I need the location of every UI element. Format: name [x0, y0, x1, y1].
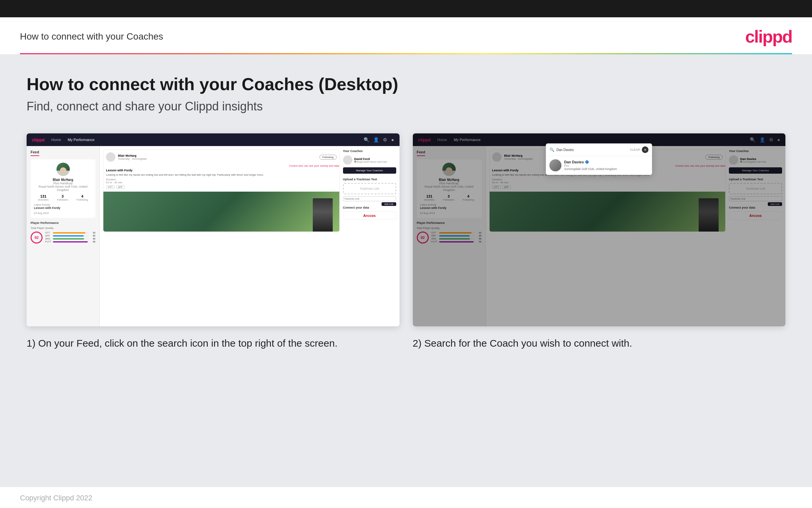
- post-image-person-1: [313, 198, 333, 231]
- result-avatar: [550, 159, 561, 171]
- post-meta-1: Yesterday · Sunningdale: [118, 157, 317, 160]
- post-duration-1: Duration: [106, 178, 337, 181]
- caption-1: 1) On your Feed, click on the search ico…: [27, 326, 399, 350]
- quality-circle-1: 92: [31, 231, 43, 244]
- coaches-title-1: Your Coaches: [343, 150, 396, 153]
- caption-text-2: 2) Search for the Coach you wish to conn…: [413, 336, 786, 350]
- footer-copyright: Copyright Clippd 2022: [20, 494, 92, 502]
- coach-item-1: David Ford Royal North Devon Golf Club: [343, 155, 396, 165]
- header: How to connect with your Coaches clippd: [0, 17, 812, 53]
- profile-icon-1[interactable]: 👤: [373, 137, 379, 142]
- result-info: Dan Davies ✓ Pro Sunningdale Golf Club, …: [564, 160, 649, 171]
- search-input-mock[interactable]: Dan Davies: [557, 148, 628, 152]
- activity-name-1: Lesson with Fordy: [34, 206, 92, 210]
- screenshot-2-container: clippd Home My Performance 🔍 👤 ⚙ ●: [413, 133, 786, 350]
- mock-app-1: clippd Home My Performance 🔍 👤 ⚙ ●: [27, 133, 399, 326]
- coach-name-1: David Ford: [354, 157, 396, 161]
- lesson-text-1: Looking to feel like my hands are exitin…: [106, 173, 337, 177]
- upload-title-1: Upload a Trackman Test: [343, 178, 396, 181]
- app-body-1: Feed Blair McHarg Plus Handicap Royal No…: [27, 146, 399, 326]
- lesson-title-1: Lesson with Fordy: [106, 169, 337, 172]
- close-search-button[interactable]: ✕: [642, 146, 649, 153]
- bar-arg-1: ARG 86: [45, 238, 95, 240]
- trackman-box-1: Trackman Link: [343, 183, 396, 194]
- coach-club-1: Royal North Devon Golf Club: [354, 161, 396, 163]
- location-dot-1: [354, 161, 356, 163]
- search-bar: 🔍 Dan Davies CLEAR ✕: [546, 144, 652, 156]
- trackman-input-1[interactable]: [343, 196, 396, 201]
- screenshot-1-container: clippd Home My Performance 🔍 👤 ⚙ ●: [27, 133, 399, 350]
- page-footer: Copyright Clippd 2022: [0, 487, 812, 508]
- top-bar: [0, 0, 812, 17]
- following-btn-1[interactable]: Following: [320, 155, 337, 160]
- coaches-panel-1: Your Coaches David Ford Royal North Devo…: [343, 150, 396, 232]
- search-result-item[interactable]: Dan Davies ✓ Pro Sunningdale Golf Club, …: [546, 156, 652, 175]
- feed-post-1: Blair McHarg Yesterday · Sunningdale Fol…: [103, 150, 340, 232]
- caption-2: 2) Search for the Coach you wish to conn…: [413, 326, 786, 350]
- main-content: How to connect with your Coaches (Deskto…: [0, 54, 812, 487]
- app-main-scroll-1: Blair McHarg Yesterday · Sunningdale Fol…: [103, 150, 396, 232]
- activity-date-1: 03 Aug 2022: [34, 212, 92, 215]
- coach-avatar-1: [343, 155, 352, 165]
- post-avatar-1: [106, 153, 115, 162]
- screenshots-row: clippd Home My Performance 🔍 👤 ⚙ ●: [27, 133, 785, 350]
- page-subheading: Find, connect and share your Clippd insi…: [27, 99, 785, 114]
- bar-ott-1: OTT 90: [45, 231, 95, 234]
- stat-followers-1: 3 Followers: [57, 194, 68, 201]
- page-heading: How to connect with your Coaches (Deskto…: [27, 74, 785, 94]
- connect-title-1: Connect your data: [343, 206, 396, 209]
- tag-ott-1: OTT: [106, 185, 115, 189]
- stat-following-1: 4 Following: [77, 194, 88, 201]
- clippd-logo: clippd: [745, 27, 792, 47]
- app-nav-home-1: Home: [51, 138, 61, 142]
- post-tags-1: OTT APP: [106, 185, 337, 189]
- manage-coaches-btn-1[interactable]: Manage Your Coaches: [343, 167, 396, 174]
- profile-handicap-1: Plus Handicap: [34, 182, 92, 185]
- total-quality-1: Total Player Quality: [31, 226, 95, 229]
- stat-activities-1: 131 Activities: [38, 194, 49, 201]
- screenshot-2-frame: clippd Home My Performance 🔍 👤 ⚙ ●: [413, 133, 786, 326]
- app-nav-icons-1: 🔍 👤 ⚙ ●: [364, 137, 394, 142]
- stats-row-1: 131 Activities 3 Followers 4: [34, 194, 92, 201]
- profile-card-1: Blair McHarg Plus Handicap Royal North D…: [31, 159, 95, 218]
- post-name-1: Blair McHarg: [118, 154, 317, 157]
- post-header-1: Blair McHarg Yesterday · Sunningdale Fol…: [103, 150, 339, 164]
- app-main-1: Blair McHarg Yesterday · Sunningdale Fol…: [100, 146, 399, 326]
- quality-bars-1: OTT 90 APP 85: [45, 231, 95, 244]
- clear-button[interactable]: CLEAR: [630, 148, 640, 152]
- post-image-1: [103, 192, 339, 231]
- search-icon-1[interactable]: 🔍: [364, 137, 369, 142]
- latest-activity-1: Latest Activity: [34, 203, 92, 206]
- post-duration-val-1: 01 hr : 30 min: [106, 181, 337, 184]
- user-circle-icon-1[interactable]: ●: [391, 137, 394, 142]
- profile-name-1: Blair McHarg: [34, 178, 92, 182]
- post-content-1: Lesson with Fordy Looking to feel like m…: [103, 169, 339, 192]
- bar-app-1: APP 85: [45, 235, 95, 237]
- page-title: How to connect with your Coaches: [20, 31, 163, 42]
- result-avatar-img: [550, 159, 561, 171]
- caption-text-1: 1) On your Feed, click on the search ico…: [27, 336, 399, 350]
- settings-icon-1[interactable]: ⚙: [383, 137, 387, 142]
- performance-section-1: Player Performance Total Player Quality …: [31, 221, 95, 244]
- profile-club-1: Royal North Devon Golf Club, United King…: [34, 185, 92, 192]
- app-logo-1: clippd: [32, 137, 45, 142]
- arccos-logo-1: Arccos: [343, 211, 396, 220]
- post-info-1: Blair McHarg Yesterday · Sunningdale: [118, 154, 317, 160]
- control-link-1[interactable]: Control who can see your activity and da…: [103, 164, 339, 167]
- result-role: Pro: [564, 164, 649, 167]
- perf-title-1: Player Performance: [31, 221, 95, 224]
- profile-avatar-1: [56, 163, 70, 176]
- add-link-btn-1[interactable]: Add Link: [382, 202, 396, 206]
- search-overlay: 🔍 Dan Davies CLEAR ✕ Dan Davies ✓: [546, 143, 652, 175]
- app-navbar-1: clippd Home My Performance 🔍 👤 ⚙ ●: [27, 133, 399, 146]
- app-nav-performance-1: My Performance: [68, 138, 95, 142]
- coach-info-1: David Ford Royal North Devon Golf Club: [354, 157, 396, 163]
- search-bar-icon: 🔍: [550, 147, 555, 152]
- feed-tab-1[interactable]: Feed: [31, 150, 39, 156]
- verified-icon: ✓: [585, 160, 589, 164]
- screenshot-1-frame: clippd Home My Performance 🔍 👤 ⚙ ●: [27, 133, 399, 326]
- quality-display-1: 92 OTT 90 APP: [31, 231, 95, 244]
- tag-app-1: APP: [116, 185, 125, 189]
- app-sidebar-1: Feed Blair McHarg Plus Handicap Royal No…: [27, 146, 100, 326]
- result-club: Sunningdale Golf Club, United Kingdom: [564, 167, 649, 171]
